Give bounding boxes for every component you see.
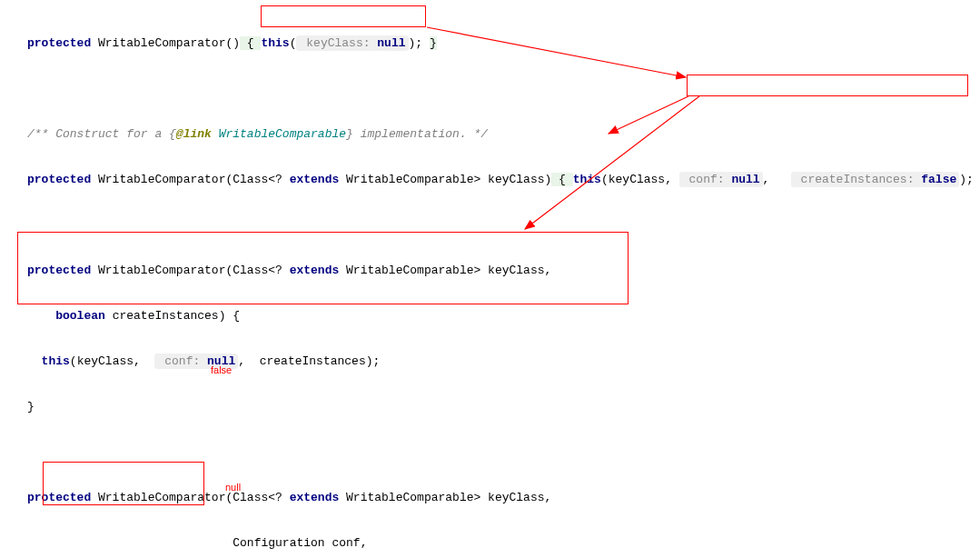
code-line: protected WritableComparator(Class<? ext… xyxy=(27,259,980,282)
code-editor: protected WritableComparator() { this( k… xyxy=(0,9,980,558)
blank-line xyxy=(27,214,980,236)
code-line: protected WritableComparator(Class<? ext… xyxy=(27,168,980,191)
code-line: boolean createInstances) { xyxy=(27,304,980,327)
code-line: this(keyClass, conf: null, createInstanc… xyxy=(27,350,980,373)
param-hint: conf: null xyxy=(679,172,763,187)
code-line: Configuration conf, xyxy=(27,532,980,554)
code-line: } xyxy=(27,395,980,418)
blank-line xyxy=(27,77,980,100)
code-line: /** Construct for a {@link WritableCompa… xyxy=(27,123,980,145)
code-line: protected WritableComparator(Class<? ext… xyxy=(27,486,980,509)
code-line: protected WritableComparator() { this( k… xyxy=(27,32,980,55)
blank-line xyxy=(27,441,980,463)
annotation-label-false: false xyxy=(211,359,232,382)
param-hint: keyClass: null xyxy=(296,35,408,51)
param-hint: createInstances: false xyxy=(791,172,959,187)
annotation-label-null: null xyxy=(225,476,241,499)
